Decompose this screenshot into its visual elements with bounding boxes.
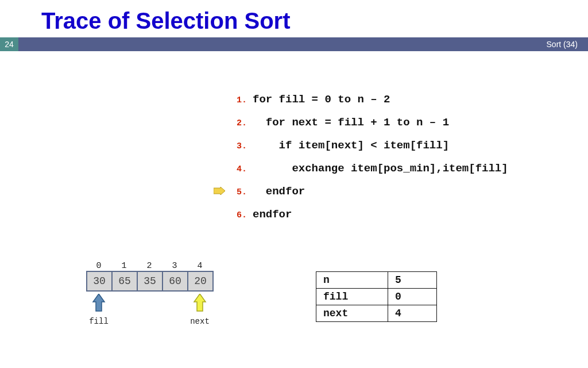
array-pointers: fillnext bbox=[86, 294, 214, 328]
code-line-number: 3. bbox=[230, 136, 247, 158]
slide-title: Trace of Selection Sort bbox=[41, 8, 588, 34]
code-line: 4. exchange item[pos_min],item[fill] bbox=[230, 158, 508, 181]
svg-marker-2 bbox=[194, 294, 206, 311]
array-cells: 3065356020 bbox=[86, 271, 214, 292]
table-row: next4 bbox=[316, 305, 437, 322]
array-cell: 65 bbox=[113, 272, 138, 290]
code-line: 6.endfor bbox=[230, 204, 508, 227]
table-row: fill0 bbox=[316, 289, 437, 305]
array-index-label: 1 bbox=[111, 261, 137, 271]
header-bar: 24 Sort (34) bbox=[0, 37, 588, 51]
array-cell: 30 bbox=[87, 272, 113, 290]
code-line: 3. if item[next] < item[fill] bbox=[230, 135, 508, 158]
table-row: n5 bbox=[316, 272, 437, 289]
array-index-label: 2 bbox=[137, 261, 162, 271]
code-line-number: 6. bbox=[230, 205, 247, 227]
array-index-label: 3 bbox=[162, 261, 187, 271]
code-line-number: 5. bbox=[230, 182, 247, 204]
code-line: 5. endfor bbox=[230, 181, 508, 204]
var-value: 0 bbox=[388, 289, 437, 305]
pseudocode-block: 1.for fill = 0 to n – 22. for next = fil… bbox=[230, 89, 508, 227]
var-name: n bbox=[316, 272, 388, 289]
code-line-text: exchange item[pos_min],item[fill] bbox=[253, 162, 508, 175]
code-line-text: if item[next] < item[fill] bbox=[253, 139, 449, 152]
current-line-pointer-icon bbox=[214, 181, 225, 203]
var-value: 5 bbox=[388, 272, 437, 289]
var-name: next bbox=[316, 305, 388, 322]
pointer-next: next bbox=[187, 294, 212, 326]
pointer-fill: fill bbox=[86, 294, 111, 326]
code-line-number: 1. bbox=[230, 90, 247, 112]
var-name: fill bbox=[316, 289, 388, 305]
var-value: 4 bbox=[388, 305, 437, 322]
svg-marker-1 bbox=[93, 294, 105, 311]
code-line-text: endfor bbox=[253, 185, 305, 198]
pointer-label: next bbox=[187, 317, 212, 326]
array-cell: 20 bbox=[188, 272, 214, 290]
array-index-label: 4 bbox=[187, 261, 212, 271]
code-line-text: for next = fill + 1 to n – 1 bbox=[253, 116, 449, 129]
code-line: 1.for fill = 0 to n – 2 bbox=[230, 89, 508, 112]
code-line-text: endfor bbox=[253, 208, 292, 221]
code-line-text: for fill = 0 to n – 2 bbox=[253, 93, 390, 106]
svg-marker-0 bbox=[214, 187, 225, 195]
array-index-label: 0 bbox=[86, 261, 111, 271]
code-line-number: 4. bbox=[230, 159, 247, 181]
slide: Trace of Selection Sort 24 Sort (34) 1.f… bbox=[0, 8, 588, 368]
code-line: 2. for next = fill + 1 to n – 1 bbox=[230, 112, 508, 135]
array-cell: 35 bbox=[138, 272, 163, 290]
array-cell: 60 bbox=[163, 272, 188, 290]
slide-ref: Sort (34) bbox=[18, 37, 588, 51]
slide-number-badge: 24 bbox=[0, 37, 18, 51]
array-visual: 01234 3065356020 fillnext bbox=[86, 261, 214, 328]
code-line-number: 2. bbox=[230, 113, 247, 135]
array-indices: 01234 bbox=[86, 261, 214, 271]
pointer-label: fill bbox=[86, 317, 111, 326]
variables-table: n5fill0next4 bbox=[316, 271, 437, 322]
